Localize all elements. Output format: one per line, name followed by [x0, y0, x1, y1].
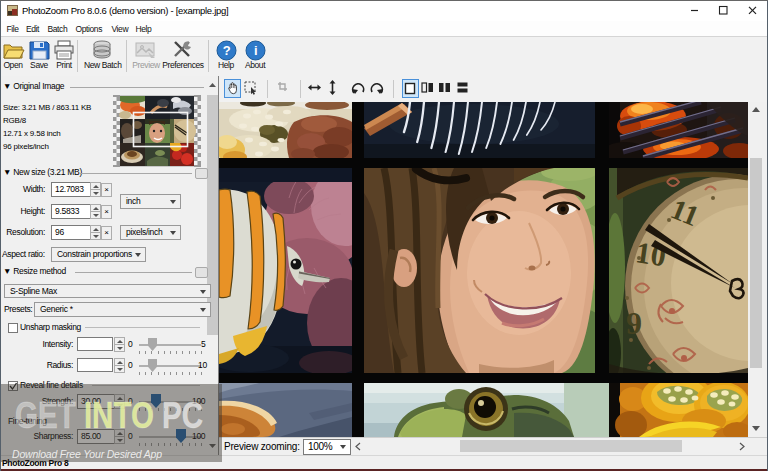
- svg-text:i: i: [253, 43, 256, 58]
- svg-text:?: ?: [222, 43, 230, 58]
- svg-text:9: 9: [626, 305, 642, 341]
